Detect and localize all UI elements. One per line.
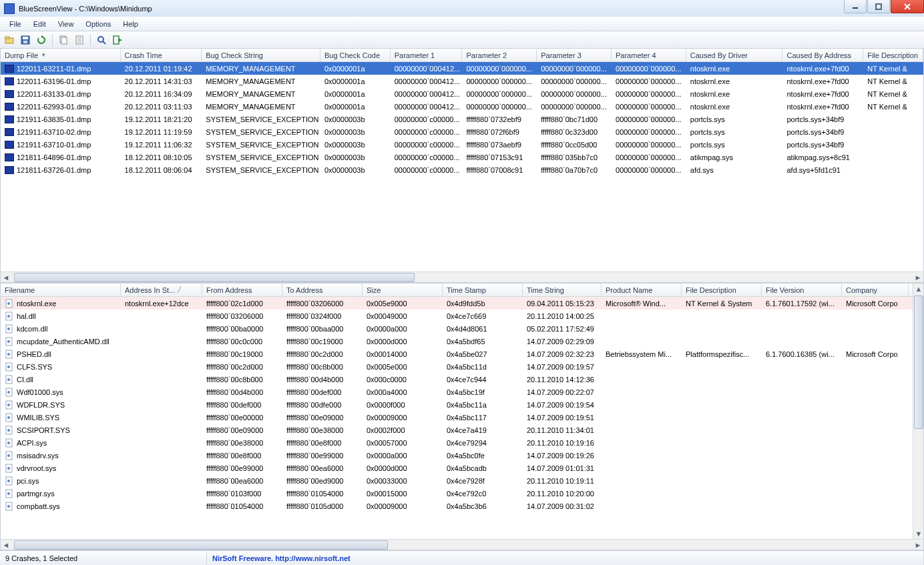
scroll-left-icon[interactable]: ◄ bbox=[1, 272, 11, 283]
cell: fffff880`0103f000 bbox=[202, 488, 282, 499]
maximize-button[interactable] bbox=[867, 0, 890, 13]
column-header[interactable]: Caused By Driver bbox=[686, 49, 783, 61]
column-header[interactable]: File Description bbox=[863, 49, 923, 61]
menu-file[interactable]: File bbox=[4, 19, 27, 29]
module-row[interactable]: WMILIB.SYSfffff880`00e00000fffff880`00e0… bbox=[1, 411, 913, 424]
module-row[interactable]: ntoskrnl.exentoskrnl.exe+12dcefffff800`0… bbox=[1, 297, 913, 310]
module-row[interactable]: SCSIPORT.SYSfffff880`00e09000fffff880`00… bbox=[1, 424, 913, 436]
cell bbox=[602, 366, 682, 368]
column-header[interactable]: Time String bbox=[523, 284, 602, 296]
refresh-button[interactable] bbox=[35, 33, 48, 47]
copy-button[interactable] bbox=[57, 33, 70, 47]
module-row[interactable]: pci.sysfffff880`00ea6000fffff880`00ed900… bbox=[1, 474, 913, 487]
cell: fffff880`00e38000 bbox=[202, 438, 282, 448]
cell: 00000000`000000... bbox=[612, 127, 686, 137]
scroll-right-icon[interactable]: ► bbox=[913, 540, 923, 550]
dump-list-body[interactable]: 122011-63211-01.dmp20.12.2011 01:19:42ME… bbox=[1, 62, 923, 271]
column-header[interactable]: File Description bbox=[682, 284, 762, 296]
menu-options[interactable]: Options bbox=[80, 19, 116, 29]
column-header[interactable]: Bug Check String bbox=[202, 49, 320, 61]
column-header[interactable]: Crash Time bbox=[121, 49, 202, 61]
dump-row[interactable]: 121911-63710-02.dmp19.12.2011 11:19:59SY… bbox=[1, 125, 923, 138]
properties-button[interactable] bbox=[73, 33, 86, 47]
save-button[interactable] bbox=[19, 33, 32, 47]
find-button[interactable] bbox=[95, 33, 108, 47]
column-header[interactable]: Company bbox=[842, 284, 909, 296]
column-header[interactable]: To Address bbox=[282, 284, 363, 296]
column-header[interactable]: Caused By Address bbox=[782, 49, 863, 61]
dump-row[interactable]: 122011-63196-01.dmp20.12.2011 14:31:03ME… bbox=[1, 75, 923, 87]
minimize-button[interactable] bbox=[844, 0, 867, 13]
column-header[interactable]: Parameter 2 bbox=[462, 49, 537, 61]
module-row[interactable]: vdrvroot.sysfffff880`00e99000fffff880`00… bbox=[1, 462, 913, 474]
cell bbox=[762, 366, 842, 368]
column-header[interactable]: Product Name bbox=[602, 284, 682, 296]
module-row[interactable]: msisadrv.sysfffff880`00e8f000fffff880`00… bbox=[1, 449, 913, 462]
column-header[interactable]: Time Stamp bbox=[443, 284, 523, 296]
cell bbox=[762, 328, 842, 330]
scroll-thumb[interactable] bbox=[14, 540, 388, 550]
cell: 00000000`000000... bbox=[612, 89, 686, 99]
module-row[interactable]: CI.dllfffff880`00c8b000fffff880`00d4b000… bbox=[1, 373, 913, 386]
cell: 6.1.7601.17592 (wi... bbox=[762, 298, 842, 309]
cell bbox=[842, 467, 909, 470]
cell: 19.12.2011 18:21:20 bbox=[121, 114, 202, 125]
nirsoft-link[interactable]: NirSoft Freeware. http://www.nirsoft.net bbox=[212, 554, 351, 562]
exit-button[interactable] bbox=[111, 33, 124, 47]
column-header[interactable]: Address In St...╱ bbox=[121, 284, 202, 296]
dump-row[interactable]: 121911-63710-01.dmp19.12.2011 11:06:32SY… bbox=[1, 138, 923, 151]
scroll-right-icon[interactable]: ► bbox=[913, 272, 923, 283]
module-row[interactable]: hal.dllfffff800`03206000fffff800`0324f00… bbox=[1, 310, 913, 322]
scroll-thumb[interactable] bbox=[914, 296, 923, 429]
status-link[interactable]: NirSoft Freeware. http://www.nirsoft.net bbox=[207, 551, 924, 565]
dump-row[interactable]: 122011-62993-01.dmp20.12.2011 03:11:03ME… bbox=[1, 100, 923, 113]
dump-list-hscroll[interactable]: ◄ ► bbox=[1, 271, 923, 282]
module-list-vscroll[interactable]: ▲ ▼ bbox=[913, 284, 923, 539]
titlebar[interactable]: BlueScreenView - C:\Windows\Minidump bbox=[0, 0, 924, 17]
column-header[interactable]: Bug Check Code bbox=[320, 49, 391, 61]
module-row[interactable]: CLFS.SYSfffff880`00c2d000fffff880`00c8b0… bbox=[1, 360, 913, 373]
cell: MEMORY_MANAGEMENT bbox=[202, 101, 320, 112]
cell: 14.07.2009 00:31:02 bbox=[523, 501, 602, 512]
column-header[interactable]: Parameter 1 bbox=[391, 49, 463, 61]
column-header[interactable]: Parameter 3 bbox=[537, 49, 612, 61]
module-list-hscroll[interactable]: ◄ ► bbox=[1, 539, 923, 550]
dump-row[interactable]: 122011-63211-01.dmp20.12.2011 01:19:42ME… bbox=[1, 62, 923, 75]
module-row[interactable]: compbatt.sysfffff880`01054000fffff880`01… bbox=[1, 500, 913, 512]
module-row[interactable]: mcupdate_AuthenticAMD.dllfffff880`00c0c0… bbox=[1, 335, 913, 348]
module-row[interactable]: ACPI.sysfffff880`00e38000fffff880`00e8f0… bbox=[1, 436, 913, 449]
column-header[interactable]: From Address bbox=[202, 284, 282, 296]
module-list-body[interactable]: ntoskrnl.exentoskrnl.exe+12dcefffff800`0… bbox=[1, 297, 913, 539]
cell: fffff880`0cc05d00 bbox=[537, 139, 612, 150]
column-header[interactable]: File Version bbox=[762, 284, 842, 296]
dump-row[interactable]: 121811-64896-01.dmp18.12.2011 08:10:05SY… bbox=[1, 151, 923, 163]
close-button[interactable] bbox=[891, 0, 924, 13]
column-header[interactable]: Filename bbox=[1, 284, 121, 296]
dump-row[interactable]: 121911-63835-01.dmp19.12.2011 18:21:20SY… bbox=[1, 113, 923, 125]
module-row[interactable]: WDFLDR.SYSfffff880`00def000fffff880`00df… bbox=[1, 398, 913, 411]
cell: atikmpag.sys+8c91 bbox=[782, 152, 863, 163]
module-row[interactable]: PSHED.dllfffff880`00c19000fffff880`00c2d… bbox=[1, 348, 913, 360]
menu-edit[interactable]: Edit bbox=[28, 19, 51, 29]
dump-row[interactable]: 121811-63726-01.dmp18.12.2011 08:06:04SY… bbox=[1, 163, 923, 176]
column-header[interactable]: Dump File▼ bbox=[1, 49, 121, 61]
menu-view[interactable]: View bbox=[53, 19, 79, 29]
module-row[interactable]: Wdf01000.sysfffff880`00d4b000fffff880`00… bbox=[1, 386, 913, 398]
column-header[interactable]: Parameter 4 bbox=[612, 49, 686, 61]
module-row[interactable]: kdcom.dllfffff800`00ba0000fffff800`00baa… bbox=[1, 322, 913, 335]
bsod-icon bbox=[5, 141, 14, 149]
module-row[interactable]: partmgr.sysfffff880`0103f000fffff880`010… bbox=[1, 487, 913, 500]
cell: 00000000`000000... bbox=[537, 63, 612, 74]
scroll-up-icon[interactable]: ▲ bbox=[913, 284, 924, 294]
column-header[interactable]: Size bbox=[363, 284, 443, 296]
dump-row[interactable]: 122011-63133-01.dmp20.12.2011 16:34:09ME… bbox=[1, 87, 923, 100]
scroll-left-icon[interactable]: ◄ bbox=[1, 540, 11, 550]
file-icon bbox=[5, 388, 14, 397]
open-folder-button[interactable] bbox=[3, 33, 16, 47]
cell: 0x0005e000 bbox=[363, 362, 443, 372]
menu-help[interactable]: Help bbox=[118, 19, 144, 29]
svg-marker-19 bbox=[118, 38, 122, 42]
file-icon bbox=[5, 413, 14, 422]
scroll-down-icon[interactable]: ▼ bbox=[913, 528, 924, 539]
scroll-thumb[interactable] bbox=[14, 273, 415, 282]
